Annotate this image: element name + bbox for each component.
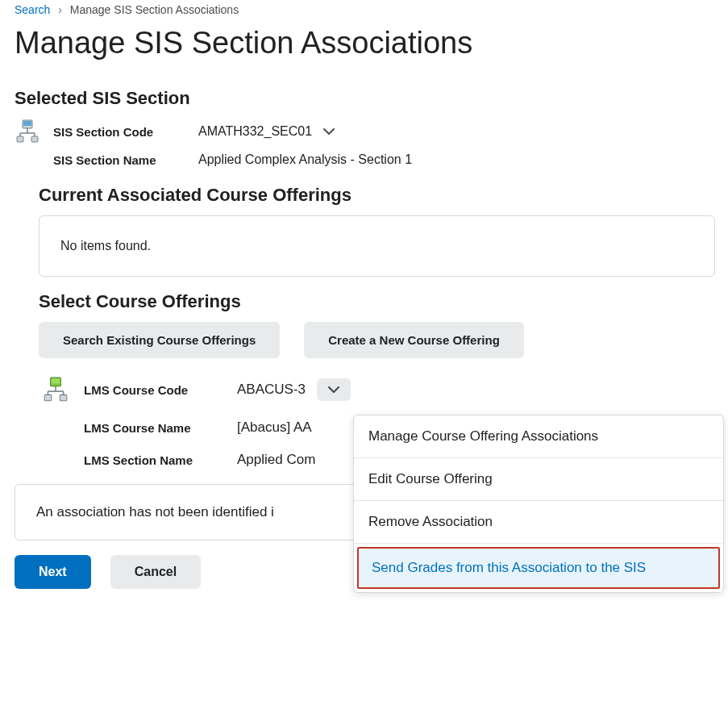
org-unit-icon <box>15 119 53 144</box>
svg-rect-7 <box>31 136 38 142</box>
breadcrumb: Search › Manage SIS Section Associations <box>15 3 718 16</box>
create-new-offering-button[interactable]: Create a New Course Offering <box>304 322 524 358</box>
chevron-down-icon <box>328 386 339 393</box>
svg-rect-15 <box>60 394 67 400</box>
lms-section-value: Applied Com <box>237 452 315 468</box>
lms-name-value: [Abacus] AA <box>237 419 312 436</box>
lms-code-dropdown-toggle[interactable] <box>317 378 351 401</box>
svg-rect-1 <box>23 121 31 126</box>
lms-actions-dropdown: Manage Course Offering Associations Edit… <box>353 415 724 593</box>
lms-section-label: LMS Section Name <box>84 453 237 467</box>
lms-code-label: LMS Course Code <box>84 383 237 397</box>
breadcrumb-separator: › <box>58 3 62 16</box>
lms-name-label: LMS Course Name <box>84 421 237 435</box>
cancel-button[interactable]: Cancel <box>110 555 201 589</box>
dropdown-send-grades[interactable]: Send Grades from this Association to the… <box>357 547 720 589</box>
dropdown-manage-associations[interactable]: Manage Course Offering Associations <box>354 415 723 458</box>
sis-code-value: AMATH332_SEC01 <box>198 124 312 139</box>
current-offerings-heading: Current Associated Course Offerings <box>39 185 715 206</box>
svg-rect-9 <box>52 378 60 383</box>
search-existing-button[interactable]: Search Existing Course Offerings <box>39 322 280 358</box>
sis-code-label: SIS Section Code <box>53 125 198 139</box>
sis-code-dropdown-toggle[interactable] <box>320 125 338 138</box>
svg-rect-14 <box>44 394 52 400</box>
select-offerings-heading: Select Course Offerings <box>39 291 715 312</box>
dropdown-edit-offering[interactable]: Edit Course Offering <box>354 458 723 501</box>
breadcrumb-current: Manage SIS Section Associations <box>70 3 239 16</box>
sis-name-label: SIS Section Name <box>53 153 198 167</box>
selected-section-heading: Selected SIS Section <box>15 88 718 109</box>
svg-rect-6 <box>17 136 23 142</box>
course-org-icon <box>42 376 84 403</box>
lms-code-value: ABACUS-3 <box>237 382 306 398</box>
chevron-down-icon <box>323 128 335 135</box>
sis-name-value: Applied Complex Analysis - Section 1 <box>198 152 412 167</box>
current-offerings-empty: No items found. <box>39 215 715 277</box>
page-title: Manage SIS Section Associations <box>15 26 718 61</box>
next-button[interactable]: Next <box>15 555 91 589</box>
breadcrumb-search-link[interactable]: Search <box>15 3 50 16</box>
dropdown-remove-association[interactable]: Remove Association <box>354 501 723 544</box>
